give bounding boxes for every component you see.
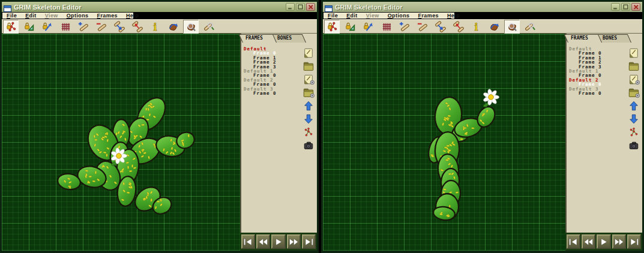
- fast-forward-button[interactable]: [612, 234, 626, 249]
- up-arrow-icon[interactable]: [627, 100, 641, 112]
- menu-edit[interactable]: Edit: [21, 13, 41, 19]
- frame-list-item[interactable]: Frame 2: [243, 59, 300, 64]
- menubar: FileEditViewOptionsFramesHelp: [2, 12, 317, 19]
- menu-options[interactable]: Options: [384, 13, 414, 19]
- remove-bone-tool[interactable]: [414, 20, 430, 34]
- menu-options[interactable]: Options: [62, 13, 93, 19]
- skeleton-small-icon[interactable]: [301, 126, 316, 138]
- camera-icon[interactable]: [301, 140, 316, 151]
- grid-toggle-tool[interactable]: [378, 20, 394, 34]
- lock-arrow-tool[interactable]: [360, 20, 376, 34]
- desktop: GRIM Skeleton Editor FileEditViewOptions…: [0, 0, 644, 253]
- note-save-icon[interactable]: [301, 74, 316, 85]
- menu-view[interactable]: View: [41, 13, 62, 19]
- rotate-bone-tool[interactable]: [129, 20, 145, 34]
- titlebar[interactable]: GRIM Skeleton Editor: [323, 2, 642, 12]
- menu-help[interactable]: Help: [122, 13, 143, 19]
- remove-bone-tool[interactable]: [93, 20, 109, 34]
- minimize-button[interactable]: [286, 3, 295, 11]
- move-bone-tool[interactable]: [432, 20, 448, 34]
- play-button[interactable]: [597, 234, 610, 249]
- folder-icon[interactable]: [301, 61, 316, 72]
- frame-list-item[interactable]: Frame 1: [243, 55, 300, 59]
- camera-icon[interactable]: [627, 140, 641, 151]
- tab-bones[interactable]: BONES: [274, 34, 302, 43]
- frame-list-item[interactable]: Default: [568, 46, 625, 50]
- cactus-character: [323, 34, 565, 251]
- down-arrow-icon[interactable]: [627, 113, 641, 125]
- editor-canvas[interactable]: [2, 34, 240, 251]
- tab-bones[interactable]: BONES: [600, 34, 627, 43]
- fast-forward-button[interactable]: [287, 234, 301, 249]
- zoom-texture-tool[interactable]: [504, 20, 520, 34]
- frame-list-item[interactable]: Default 1: [568, 68, 625, 73]
- editor-canvas[interactable]: [323, 34, 565, 251]
- frame-list-item[interactable]: Default 2: [243, 77, 300, 82]
- note-save-icon[interactable]: [627, 74, 641, 85]
- skip-start-button[interactable]: [241, 234, 255, 249]
- window-controls: [611, 3, 640, 11]
- lock-skeleton-tool[interactable]: [3, 20, 19, 34]
- zoom-bone-tool[interactable]: [201, 20, 217, 34]
- frame-list-item[interactable]: Default 2: [568, 77, 625, 82]
- frame-list-item[interactable]: Frame 3: [568, 64, 625, 68]
- lock-triangle-tool[interactable]: [21, 20, 37, 34]
- grid-toggle-tool[interactable]: [57, 20, 73, 34]
- add-bone-tool[interactable]: [396, 20, 412, 34]
- frame-list-item[interactable]: Default 3: [568, 86, 625, 91]
- lock-arrow-tool[interactable]: [39, 20, 55, 34]
- close-button[interactable]: [631, 3, 640, 11]
- tab-frames[interactable]: FRAMES: [242, 34, 272, 43]
- frame-list-item[interactable]: Frame 1: [568, 55, 625, 59]
- swap-texture-tool[interactable]: [165, 20, 181, 34]
- down-arrow-icon[interactable]: [301, 113, 316, 125]
- lock-triangle-tool[interactable]: [342, 20, 358, 34]
- playback-bar: [565, 233, 642, 251]
- skip-end-button[interactable]: [302, 234, 316, 249]
- app-window-right: GRIM Skeleton Editor FileEditViewOptions…: [321, 0, 644, 253]
- skeleton-small-icon[interactable]: [627, 126, 641, 138]
- maximize-button[interactable]: [621, 3, 630, 11]
- skip-start-button[interactable]: [567, 234, 580, 249]
- note-pencil-icon[interactable]: [627, 47, 641, 59]
- rewind-button[interactable]: [256, 234, 270, 249]
- frame-list: DefaultFrame 0Frame 1Frame 2Frame 3Defau…: [243, 46, 300, 95]
- svg-text:i: i: [474, 21, 478, 32]
- rewind-button[interactable]: [582, 234, 595, 249]
- swap-texture-tool[interactable]: [486, 20, 502, 34]
- frame-list-item[interactable]: Frame 2: [568, 59, 625, 64]
- play-button[interactable]: [271, 234, 285, 249]
- frame-list-item[interactable]: Default 1: [243, 68, 300, 73]
- menu-view[interactable]: View: [362, 13, 384, 19]
- menu-help[interactable]: Help: [443, 13, 464, 19]
- lock-skeleton-tool[interactable]: [324, 20, 340, 34]
- panel-tabs: BONES FRAMES: [241, 34, 317, 43]
- up-arrow-icon[interactable]: [301, 100, 316, 112]
- frame-list-item[interactable]: Default: [243, 46, 300, 50]
- menu-file[interactable]: File: [2, 13, 21, 19]
- close-button[interactable]: [306, 3, 315, 11]
- zoom-texture-tool[interactable]: [183, 20, 199, 34]
- folder-save-icon[interactable]: [627, 87, 641, 98]
- menu-edit[interactable]: Edit: [342, 13, 362, 19]
- app-icon: [325, 4, 333, 10]
- minimize-button[interactable]: [611, 3, 620, 11]
- titlebar[interactable]: GRIM Skeleton Editor: [2, 2, 317, 12]
- info-tool[interactable]: i: [468, 20, 484, 34]
- menu-file[interactable]: File: [324, 13, 342, 19]
- frame-list-item[interactable]: Frame 3: [243, 64, 300, 68]
- folder-save-icon[interactable]: [301, 87, 316, 98]
- rotate-bone-tool[interactable]: [450, 20, 466, 34]
- note-pencil-icon[interactable]: [301, 47, 316, 59]
- folder-icon[interactable]: [627, 61, 641, 72]
- add-bone-tool[interactable]: [75, 20, 91, 34]
- zoom-bone-tool[interactable]: [522, 20, 538, 34]
- menu-frames[interactable]: Frames: [93, 13, 122, 19]
- tab-frames[interactable]: FRAMES: [568, 34, 598, 43]
- menu-frames[interactable]: Frames: [414, 13, 443, 19]
- move-bone-tool[interactable]: [111, 20, 127, 34]
- maximize-button[interactable]: [296, 3, 305, 11]
- frame-list-item[interactable]: Default 3: [243, 86, 300, 91]
- info-tool[interactable]: i: [147, 20, 163, 34]
- skip-end-button[interactable]: [627, 234, 641, 249]
